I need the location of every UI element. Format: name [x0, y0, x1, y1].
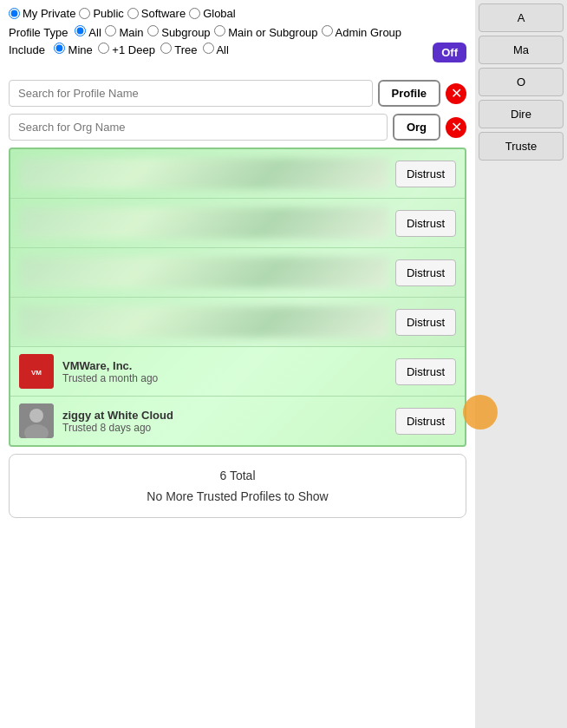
right-btn-a[interactable]: A [479, 3, 564, 32]
right-btn-ma[interactable]: Ma [479, 36, 564, 64]
pt-all[interactable]: All [75, 25, 101, 39]
distrust-button-blurred-4[interactable]: Distrust [395, 309, 456, 336]
scope-my-private[interactable]: My Private [9, 7, 75, 20]
scope-radio-group: My Private Public Software Global [9, 7, 466, 20]
ziggy-date: Trusted 8 days ago [62, 422, 387, 434]
distrust-vmware-button[interactable]: Distrust [395, 358, 456, 385]
right-panel: A Ma O Dire Truste [475, 0, 567, 728]
trusted-item-vmware: VM VMWare, Inc. Trusted a month ago Dist… [10, 347, 465, 397]
summary-total: 6 Total [23, 469, 452, 482]
pt-main[interactable]: Main [105, 25, 144, 39]
blurred-row-2: Distrust [10, 199, 465, 248]
distrust-button-blurred-2[interactable]: Distrust [395, 210, 456, 237]
right-btn-dire[interactable]: Dire [479, 100, 564, 128]
blurred-row-3: Distrust [10, 248, 465, 298]
include-plus1[interactable]: +1 Deep [98, 43, 155, 56]
include-tree[interactable]: Tree [160, 43, 198, 56]
blurred-row-1: Distrust [10, 149, 465, 199]
summary-box: 6 Total No More Trusted Profiles to Show [9, 454, 466, 518]
pt-admin-group[interactable]: Admin Group [322, 25, 402, 39]
include-mine[interactable]: Mine [54, 43, 93, 56]
search-profile-row: Profile ✕ [9, 80, 466, 107]
right-btn-o[interactable]: O [479, 68, 564, 96]
search-org-input[interactable] [9, 114, 388, 141]
avatar-ziggy [19, 403, 54, 438]
distrust-button-blurred-3[interactable]: Distrust [395, 259, 456, 286]
blurred-row-4: Distrust [10, 298, 465, 347]
orange-circle-decoration [463, 395, 498, 430]
summary-message: No More Trusted Profiles to Show [23, 489, 452, 503]
include-all[interactable]: All [203, 43, 229, 56]
include-group: Include Mine +1 Deep Tree All [9, 43, 229, 56]
pt-subgroup[interactable]: Subgroup [147, 25, 211, 39]
distrust-button-blurred-1[interactable]: Distrust [395, 161, 456, 187]
vmware-name: VMWare, Inc. [62, 359, 387, 372]
scope-global[interactable]: Global [189, 7, 236, 20]
ziggy-info: ziggy at White Cloud Trusted 8 days ago [62, 409, 387, 434]
avatar-vmware: VM [19, 354, 54, 389]
vmware-date: Trusted a month ago [62, 372, 387, 384]
scope-software[interactable]: Software [127, 7, 186, 20]
profile-type-group: Profile Type All Main Subgroup Main or S… [9, 25, 466, 39]
trusted-list: Distrust Distrust Distrust Distrust VM V… [9, 148, 466, 447]
trusted-item-ziggy: ziggy at White Cloud Trusted 8 days ago … [10, 397, 465, 445]
ziggy-name: ziggy at White Cloud [62, 409, 387, 422]
search-org-row: Org ✕ [9, 114, 466, 141]
vmware-info: VMWare, Inc. Trusted a month ago [62, 359, 387, 384]
org-clear-button[interactable]: ✕ [446, 117, 466, 138]
svg-point-3 [29, 409, 43, 423]
profile-type-label: Profile Type [9, 26, 68, 39]
distrust-ziggy-button[interactable]: Distrust [395, 408, 456, 435]
include-label: Include [9, 43, 45, 56]
profile-search-button[interactable]: Profile [378, 80, 440, 107]
svg-text:VM: VM [31, 369, 42, 377]
org-search-button[interactable]: Org [393, 114, 440, 141]
search-profile-input[interactable] [9, 80, 373, 107]
toggle-button[interactable]: Off [433, 43, 466, 62]
right-btn-truste[interactable]: Truste [479, 132, 564, 161]
profile-clear-button[interactable]: ✕ [446, 83, 466, 104]
main-panel: My Private Public Software Global Profil… [0, 0, 475, 728]
scope-public[interactable]: Public [79, 7, 123, 20]
pt-main-or-subgroup[interactable]: Main or Subgroup [214, 25, 318, 39]
